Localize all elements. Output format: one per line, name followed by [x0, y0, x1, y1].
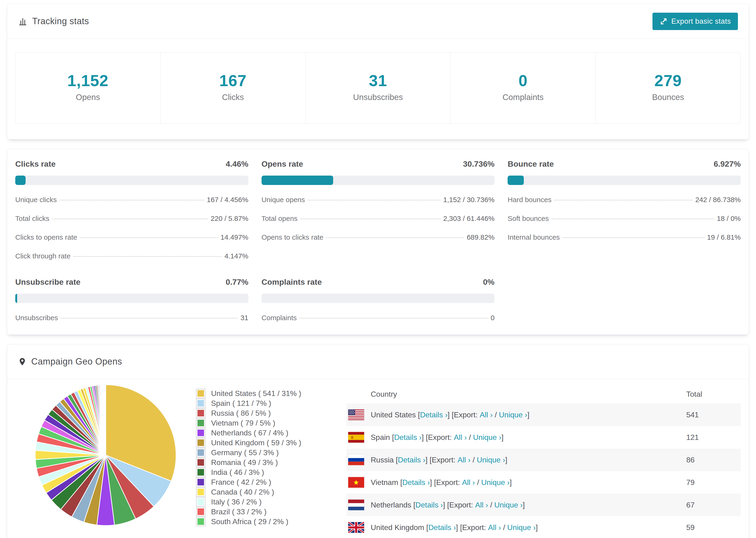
dotted-leader: [80, 237, 218, 238]
campaign-stats-page: Tracking stats Export basic stats 1,152O…: [0, 0, 756, 538]
export-all-link[interactable]: All ›: [475, 501, 488, 510]
rate-value: 6.927%: [714, 159, 741, 169]
table-row-netherlands: Netherlands [Details ›] [Export: All › /…: [346, 494, 741, 516]
rate-header: Bounce rate6.927%: [508, 159, 741, 176]
legend-label: Italy ( 36 / 2% ): [211, 498, 261, 506]
dotted-leader: [73, 256, 222, 257]
legend-item-brazil: Brazil ( 33 / 2% ): [196, 507, 346, 517]
metric-rows: Unique opens1,152 / 30.736%Total opens2,…: [261, 196, 495, 241]
metric-rows: Hard bounces242 / 86.738%Soft bounces18 …: [508, 196, 741, 241]
export-unique-link[interactable]: Unique ›: [481, 478, 510, 487]
nl-flag-icon: [348, 500, 364, 510]
metric-rows: Unique clicks167 / 4.456%Total clicks220…: [15, 196, 248, 260]
details-link[interactable]: Details ›: [398, 456, 425, 464]
metric-label: Total clicks: [15, 215, 49, 223]
export-unique-link[interactable]: Unique ›: [507, 523, 536, 532]
country-cell: Netherlands [Details ›] [Export: All › /…: [371, 501, 686, 510]
table-header: CountryTotal: [346, 385, 741, 404]
legend-swatch: [196, 448, 205, 457]
progress-bar: [508, 176, 741, 185]
column-header-country: Country: [346, 390, 686, 399]
export-unique-link[interactable]: Unique ›: [477, 456, 505, 464]
export-unique-link[interactable]: Unique ›: [473, 433, 502, 442]
legend-label: United States ( 541 / 31% ): [211, 389, 301, 398]
dotted-leader: [300, 219, 441, 219]
metric-label: Soft bounces: [508, 215, 549, 223]
separator-text: /: [470, 456, 477, 464]
bracket-text: ]: [502, 433, 504, 442]
metric-value: 19 / 6.81%: [707, 233, 741, 241]
legend-label: Brazil ( 33 / 2% ): [211, 508, 267, 516]
dotted-leader: [552, 219, 714, 219]
legend-swatch: [196, 408, 205, 418]
country-cell: Spain [Details ›] [Export: All › / Uniqu…: [371, 433, 686, 442]
export-basic-stats-button[interactable]: Export basic stats: [652, 13, 738, 30]
export-icon: [660, 17, 668, 26]
table-row-united-states: United States [Details ›] [Export: All ›…: [346, 404, 741, 426]
total-cell: 86: [686, 456, 741, 464]
bracket-text: ]: [505, 456, 507, 464]
bracket-text: ] [Export:: [422, 433, 454, 442]
country-name: Spain: [371, 433, 392, 442]
metric-row-total-clicks: Total clicks220 / 5.87%: [15, 215, 248, 223]
bracket-text: ] [Export:: [456, 523, 488, 532]
metric-label: Hard bounces: [508, 196, 552, 204]
geo-table: CountryTotalUnited States [Details ›] [E…: [346, 381, 741, 538]
legend-swatch: [196, 418, 205, 428]
details-link[interactable]: Details ›: [420, 410, 448, 419]
dotted-leader: [299, 318, 488, 319]
bracket-text: ]: [510, 478, 512, 487]
export-unique-link[interactable]: Unique ›: [499, 410, 527, 419]
details-link[interactable]: Details ›: [403, 478, 430, 487]
stat-value: 0: [451, 71, 595, 90]
metric-row-complaints: Complaints0: [261, 314, 495, 322]
legend-item-russia: Russia ( 86 / 5% ): [196, 408, 346, 418]
rate-header: Complaints rate0%: [261, 278, 495, 294]
table-row-spain: Spain [Details ›] [Export: All › / Uniqu…: [346, 426, 741, 449]
export-all-link[interactable]: All ›: [458, 456, 470, 464]
rate-panel-unsubscribe-rate: Unsubscribe rate0.77%Unsubscribes31: [15, 278, 248, 322]
metric-row-hard-bounces: Hard bounces242 / 86.738%: [508, 196, 741, 204]
legend-swatch: [196, 399, 205, 408]
export-all-link[interactable]: All ›: [488, 523, 501, 532]
geo-pie-chart-wrap: [15, 381, 196, 528]
metric-value: 31: [241, 314, 248, 322]
export-all-link[interactable]: All ›: [480, 410, 493, 419]
metric-row-click-through-rate: Click through rate4.147%: [15, 252, 248, 260]
details-link[interactable]: Details ›: [415, 501, 443, 510]
legend-label: South Africa ( 29 / 2% ): [211, 517, 288, 526]
stat-label: Clicks: [161, 92, 305, 102]
country-cell: United States [Details ›] [Export: All ›…: [371, 410, 686, 419]
legend-swatch: [196, 467, 205, 477]
metric-value: 4.147%: [225, 252, 248, 260]
dotted-leader: [563, 237, 704, 238]
tracking-stats-card: Tracking stats Export basic stats 1,152O…: [7, 4, 749, 139]
legend-item-france: France ( 42 / 2% ): [196, 477, 346, 487]
stat-value: 1,152: [16, 71, 160, 90]
page-title: Tracking stats: [32, 16, 89, 26]
metric-rows: Unsubscribes31: [15, 314, 248, 322]
metric-row-total-opens: Total opens2,303 / 61.446%: [261, 215, 495, 223]
legend-item-india: India ( 46 / 3% ): [196, 467, 346, 477]
details-link[interactable]: Details ›: [428, 523, 456, 532]
stat-label: Opens: [16, 92, 160, 102]
details-link[interactable]: Details ›: [394, 433, 422, 442]
rate-title: Opens rate: [261, 159, 303, 169]
bracket-text: ] [Export:: [430, 478, 462, 487]
total-cell: 541: [686, 410, 741, 419]
rate-title: Unsubscribe rate: [15, 278, 81, 287]
campaign-geo-opens-card: Campaign Geo Opens United States ( 541 /…: [7, 344, 749, 538]
metric-value: 18 / 0%: [717, 215, 741, 223]
export-all-link[interactable]: All ›: [454, 433, 467, 442]
metric-row-unique-opens: Unique opens1,152 / 30.736%: [261, 196, 495, 204]
country-name: Russia: [371, 456, 396, 464]
progress-bar: [15, 294, 248, 303]
legend-item-united-states: United States ( 541 / 31% ): [196, 389, 346, 398]
export-unique-link[interactable]: Unique ›: [494, 501, 523, 510]
bracket-text: [: [418, 410, 420, 419]
metric-value: 689.82%: [467, 233, 495, 241]
export-all-link[interactable]: All ›: [462, 478, 475, 487]
metric-label: Complaints: [261, 314, 297, 322]
legend-swatch: [196, 497, 205, 507]
table-row-vietnam: Vietnam [Details ›] [Export: All › / Uni…: [346, 471, 741, 494]
